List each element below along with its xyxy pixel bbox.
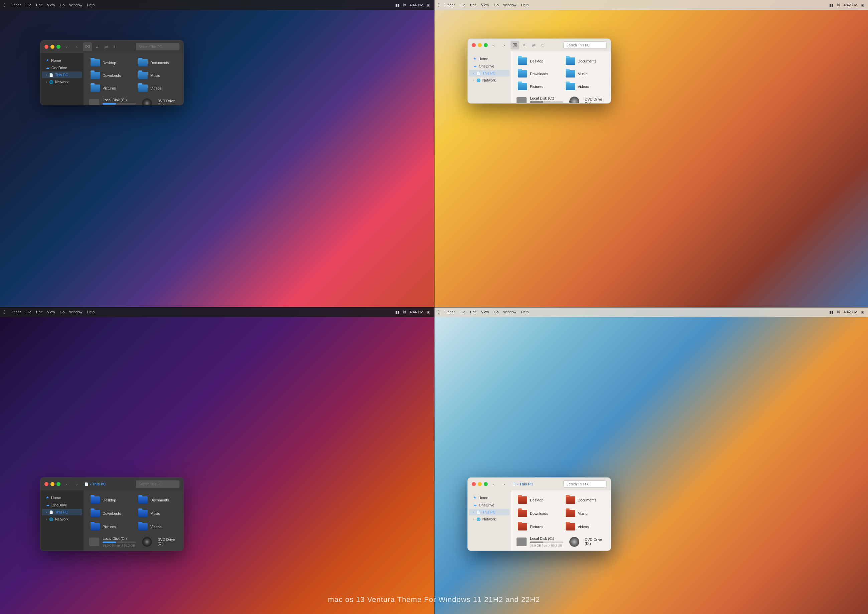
sidebar-network-br[interactable]: › 🌐 Network [469, 516, 510, 523]
sidebar-thispc-br[interactable]: › 📄 This PC [469, 509, 510, 515]
sidebar-onedrive-tr[interactable]: ☁ OneDrive [469, 62, 510, 70]
folder-desktop-tr[interactable]: Desktop [516, 56, 558, 66]
menubar-go-br[interactable]: Go [494, 310, 499, 314]
folder-music-br[interactable]: Music [564, 509, 605, 518]
back-btn-br[interactable]: ‹ [490, 481, 498, 488]
sidebar-thispc-bl[interactable]: › 📄 This PC [42, 509, 82, 515]
sidebar-thispc-tr[interactable]: › 📄 This PC [469, 70, 510, 76]
sidebar-home-br[interactable]: ★ Home [469, 494, 510, 501]
minimize-btn-bl[interactable] [50, 482, 54, 486]
close-btn-br[interactable] [472, 482, 476, 486]
menubar-window-br[interactable]: Window [503, 310, 516, 314]
minimize-btn-tr[interactable] [478, 43, 482, 47]
folder-documents-br[interactable]: Documents [564, 495, 605, 505]
folder-desktop-bl[interactable]: Desktop [89, 495, 130, 505]
maximize-btn-tl[interactable] [56, 45, 60, 49]
maximize-btn-bl[interactable] [56, 482, 60, 486]
forward-btn-br[interactable]: › [501, 481, 508, 488]
menubar-go-tl[interactable]: Go [60, 3, 65, 7]
folder-music-tr[interactable]: Music [564, 69, 605, 79]
menubar-edit-bl[interactable]: Edit [36, 310, 42, 314]
folder-desktop-tl[interactable]: Desktop [89, 58, 130, 68]
view-list-btn-tr[interactable]: ≡ [520, 41, 529, 50]
search-input-tr[interactable] [563, 42, 607, 49]
maximize-btn-br[interactable] [484, 482, 488, 486]
menubar-view-tr[interactable]: View [481, 3, 489, 7]
menubar-file-tl[interactable]: File [25, 3, 31, 7]
minimize-btn-tl[interactable] [50, 45, 54, 49]
folder-downloads-br[interactable]: Downloads [516, 509, 558, 518]
view-grid-btn-tr[interactable]: ⌧ [510, 41, 519, 50]
search-input-tl[interactable] [136, 43, 180, 50]
menubar-file-br[interactable]: File [459, 310, 465, 314]
folder-downloads-tl[interactable]: Downloads [89, 70, 130, 81]
folder-pictures-bl[interactable]: Pictures [89, 522, 130, 532]
close-btn-bl[interactable] [45, 482, 48, 486]
view-columns-btn-tr[interactable]: ⧥ [529, 41, 538, 50]
forward-btn-tr[interactable]: › [501, 42, 508, 49]
folder-documents-tl[interactable]: Documents [137, 58, 178, 68]
menubar-view-tl[interactable]: View [47, 3, 55, 7]
drive-c-tr[interactable]: Local Disk (C:) 35.9 GB free of 59.2 GB … [516, 96, 605, 103]
menubar-help-bl[interactable]: Help [87, 310, 95, 314]
menubar-finder-br[interactable]: Finder [444, 310, 455, 314]
menubar-help-tl[interactable]: Help [87, 3, 95, 7]
search-input-br[interactable] [563, 481, 607, 488]
forward-btn-bl[interactable]: › [73, 481, 81, 488]
drive-c-tl[interactable]: Local Disk (C:) 35.9 GB free of 59.2 GB … [89, 98, 178, 105]
folder-videos-tl[interactable]: Videos [137, 83, 178, 93]
menubar-edit-br[interactable]: Edit [470, 310, 476, 314]
apple-menu-br[interactable]:  [438, 309, 440, 315]
folder-pictures-tl[interactable]: Pictures [89, 83, 130, 93]
menubar-view-bl[interactable]: View [47, 310, 55, 314]
folder-videos-tr[interactable]: Videos [564, 82, 605, 91]
menubar-window-bl[interactable]: Window [69, 310, 82, 314]
sidebar-network-bl[interactable]: › 🌐 Network [42, 516, 82, 523]
back-btn-tl[interactable]: ‹ [63, 43, 70, 50]
maximize-btn-tr[interactable] [484, 43, 488, 47]
sidebar-home-bl[interactable]: ★ Home [42, 494, 82, 501]
folder-pictures-br[interactable]: Pictures [516, 522, 558, 532]
close-btn-tl[interactable] [45, 45, 48, 49]
menubar-view-br[interactable]: View [481, 310, 489, 314]
apple-menu-tl[interactable]:  [4, 2, 6, 8]
view-columns-btn-tl[interactable]: ⧥ [102, 42, 111, 51]
menubar-finder-tr[interactable]: Finder [444, 3, 455, 7]
drive-c-br[interactable]: Local Disk (C:) 35.9 GB free of 59.2 GB … [516, 536, 605, 547]
sidebar-thispc-tl[interactable]: › 📄 This PC [42, 71, 82, 78]
menubar-go-bl[interactable]: Go [60, 310, 65, 314]
folder-documents-bl[interactable]: Documents [137, 495, 178, 505]
sidebar-home-tl[interactable]: ★ Home [42, 57, 82, 64]
back-btn-tr[interactable]: ‹ [490, 42, 498, 49]
sidebar-onedrive-br[interactable]: ☁ OneDrive [469, 501, 510, 509]
apple-menu-tr[interactable]:  [438, 2, 440, 8]
view-list-btn-tl[interactable]: ≡ [93, 42, 101, 51]
sidebar-network-tr[interactable]: › 🌐 Network [469, 77, 510, 84]
close-btn-tr[interactable] [472, 43, 476, 47]
view-preview-btn-tr[interactable]: □ [539, 41, 547, 50]
back-btn-bl[interactable]: ‹ [63, 481, 70, 488]
menubar-help-tr[interactable]: Help [521, 3, 529, 7]
menubar-window-tl[interactable]: Window [69, 3, 82, 7]
folder-music-bl[interactable]: Music [137, 509, 178, 518]
folder-music-tl[interactable]: Music [137, 70, 178, 81]
folder-downloads-tr[interactable]: Downloads [516, 69, 558, 79]
view-preview-btn-tl[interactable]: □ [111, 42, 120, 51]
folder-videos-br[interactable]: Videos [564, 522, 605, 532]
view-grid-btn-tl[interactable]: ⌧ [83, 42, 92, 51]
menubar-finder-tl[interactable]: Finder [10, 3, 21, 7]
forward-btn-tl[interactable]: › [73, 43, 81, 50]
sidebar-onedrive-bl[interactable]: ☁ OneDrive [42, 501, 82, 509]
menubar-help-br[interactable]: Help [521, 310, 529, 314]
menubar-edit-tr[interactable]: Edit [470, 3, 476, 7]
folder-documents-tr[interactable]: Documents [564, 56, 605, 66]
menubar-edit-tl[interactable]: Edit [36, 3, 42, 7]
sidebar-onedrive-tl[interactable]: ☁ OneDrive [42, 64, 82, 71]
menubar-window-tr[interactable]: Window [503, 3, 516, 7]
minimize-btn-br[interactable] [478, 482, 482, 486]
search-input-bl[interactable] [136, 481, 180, 488]
menubar-go-tr[interactable]: Go [494, 3, 499, 7]
sidebar-network-tl[interactable]: › 🌐 Network [42, 79, 82, 85]
menubar-file-tr[interactable]: File [459, 3, 465, 7]
drive-c-bl[interactable]: Local Disk (C:) 35.9 GB free of 59.2 GB … [89, 536, 178, 547]
